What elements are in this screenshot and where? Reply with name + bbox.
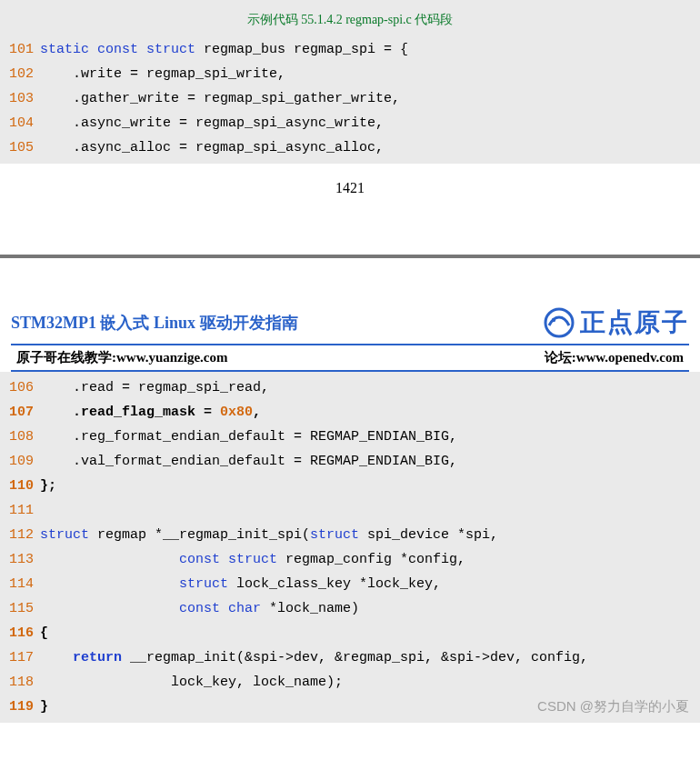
code-line: 111: [0, 498, 700, 523]
line-number: 102: [0, 62, 40, 86]
document-title: STM32MP1 嵌入式 Linux 驱动开发指南: [11, 312, 298, 334]
line-number: 103: [0, 86, 40, 111]
teaching-link: 原子哥在线教学:www.yuanzige.com: [16, 349, 228, 366]
code-line: 116{: [0, 621, 700, 645]
sub-header-bar: 原子哥在线教学:www.yuanzige.com 论坛:www.openedv.…: [11, 344, 689, 372]
line-number: 112: [0, 523, 40, 547]
line-number: 111: [0, 498, 40, 523]
code-text: .reg_format_endian_default = REGMAP_ENDI…: [40, 425, 700, 449]
code-line: 113 const struct regmap_config *config,: [0, 547, 700, 572]
code-block-bottom: 106 .read = regmap_spi_read, 107 .read_f…: [0, 372, 700, 723]
code-text: [40, 498, 700, 523]
line-number: 107: [0, 400, 40, 425]
code-line: 102 .write = regmap_spi_write,: [0, 62, 700, 86]
line-number: 116: [0, 621, 40, 645]
code-text: };: [40, 474, 700, 498]
code-text: struct lock_class_key *lock_key,: [40, 572, 700, 596]
code-line: 106 .read = regmap_spi_read,: [0, 375, 700, 400]
code-text: .gather_write = regmap_spi_gather_write,: [40, 86, 700, 111]
code-line: 109 .val_format_endian_default = REGMAP_…: [0, 449, 700, 474]
page-number: 1421: [0, 164, 700, 251]
line-number: 108: [0, 425, 40, 449]
line-number: 105: [0, 135, 40, 160]
code-text: static const struct regmap_bus regmap_sp…: [40, 37, 700, 62]
document-header: STM32MP1 嵌入式 Linux 驱动开发指南 正点原子: [0, 287, 700, 340]
brand-logo: 正点原子: [544, 305, 689, 340]
code-line: 101 static const struct regmap_bus regma…: [0, 37, 700, 62]
code-line: 107 .read_flag_mask = 0x80,: [0, 400, 700, 425]
code-line: 119}: [0, 695, 700, 719]
code-line: 105 .async_alloc = regmap_spi_async_allo…: [0, 135, 700, 160]
line-number: 113: [0, 547, 40, 572]
code-text: const char *lock_name): [40, 596, 700, 621]
code-text: .async_alloc = regmap_spi_async_alloc,: [40, 135, 700, 160]
code-line: 103 .gather_write = regmap_spi_gather_wr…: [0, 86, 700, 111]
line-number: 119: [0, 695, 40, 719]
code-text: }: [40, 695, 700, 719]
forum-link: 论坛:www.openedv.com: [545, 349, 684, 366]
line-number: 117: [0, 645, 40, 670]
code-line: 115 const char *lock_name): [0, 596, 700, 621]
line-number: 104: [0, 111, 40, 135]
line-number: 106: [0, 375, 40, 400]
line-number: 118: [0, 670, 40, 695]
code-line: 104 .async_write = regmap_spi_async_writ…: [0, 111, 700, 135]
code-text: .read_flag_mask = 0x80,: [40, 400, 700, 425]
code-text: .write = regmap_spi_write,: [40, 62, 700, 86]
line-number: 110: [0, 474, 40, 498]
code-text: lock_key, lock_name);: [40, 670, 700, 695]
atom-icon: [544, 307, 575, 338]
page-break: [0, 255, 700, 287]
code-text: .val_format_endian_default = REGMAP_ENDI…: [40, 449, 700, 474]
code-text: .read = regmap_spi_read,: [40, 375, 700, 400]
line-number: 114: [0, 572, 40, 596]
code-block-top: 示例代码 55.1.4.2 regmap-spi.c 代码段 101 stati…: [0, 0, 700, 164]
code-line: 117 return __regmap_init(&spi->dev, &reg…: [0, 645, 700, 670]
code-line: 108 .reg_format_endian_default = REGMAP_…: [0, 425, 700, 449]
code-title: 示例代码 55.1.4.2 regmap-spi.c 代码段: [0, 4, 700, 37]
code-line: 114 struct lock_class_key *lock_key,: [0, 572, 700, 596]
code-text: .async_write = regmap_spi_async_write,: [40, 111, 700, 135]
code-text: struct regmap *__regmap_init_spi(struct …: [40, 523, 700, 547]
svg-point-1: [552, 318, 555, 322]
code-line: 110};: [0, 474, 700, 498]
code-text: return __regmap_init(&spi->dev, &regmap_…: [40, 645, 700, 670]
code-line: 118 lock_key, lock_name);: [0, 670, 700, 695]
line-number: 101: [0, 37, 40, 62]
code-line: 112struct regmap *__regmap_init_spi(stru…: [0, 523, 700, 547]
code-text: const struct regmap_config *config,: [40, 547, 700, 572]
brand-name: 正点原子: [580, 305, 689, 340]
code-text: {: [40, 621, 700, 645]
line-number: 115: [0, 596, 40, 621]
line-number: 109: [0, 449, 40, 474]
